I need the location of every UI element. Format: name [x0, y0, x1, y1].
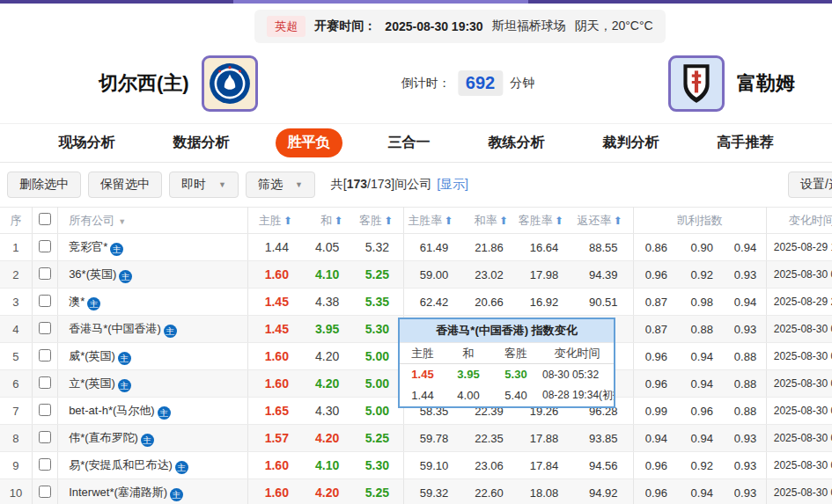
odds-value[interactable]: 5.25 [353, 425, 403, 452]
kelly-value: 0.96 [633, 479, 679, 504]
company-cell: 易*(安提瓜和巴布达)主 [58, 452, 248, 479]
delete-selected-button[interactable]: 删除选中 [7, 172, 81, 198]
table-row: 8伟*(直布罗陀)主1.574.205.2559.7822.3517.8893.… [0, 425, 832, 452]
settings-select-button[interactable]: 设置/选择 [788, 172, 832, 198]
odds-value[interactable]: 1.60 [247, 479, 303, 504]
odds-value[interactable]: 4.20 [303, 370, 353, 398]
odds-value[interactable]: 4.30 [303, 398, 353, 425]
odds-value[interactable]: 5.00 [353, 370, 403, 398]
change-time: 2025-08-30 05:44 [766, 452, 832, 479]
odds-value[interactable]: 3.95 [303, 316, 353, 343]
odds-value[interactable]: 1.60 [247, 261, 303, 289]
row-checkbox-cell [32, 234, 57, 261]
company-name[interactable]: 伟*(直布罗陀) [69, 431, 138, 444]
header-home-rate[interactable]: 主胜率⬆ [404, 208, 464, 234]
kelly-value: 0.93 [725, 261, 766, 289]
odds-value[interactable]: 5.30 [353, 452, 403, 479]
company-name[interactable]: 威*(英国) [69, 349, 115, 362]
sort-asc-icon: ⬆ [499, 215, 508, 227]
row-checkbox[interactable] [39, 322, 51, 334]
odds-value[interactable]: 1.65 [247, 398, 303, 425]
select-all-checkbox[interactable] [39, 213, 51, 225]
header-return-rate[interactable]: 返还率⬆ [573, 208, 633, 234]
company-name[interactable]: 香港马*(中国香港) [69, 322, 161, 335]
odds-value[interactable]: 4.10 [303, 452, 353, 479]
odds-value[interactable]: 4.20 [303, 425, 353, 452]
kelly-value: 0.94 [725, 234, 766, 261]
league-badge: 英超 [267, 16, 306, 37]
odds-value[interactable]: 4.38 [303, 289, 353, 316]
change-time: 2025-08-30 05:03 [766, 398, 832, 425]
sort-asc-icon: ⬆ [283, 215, 292, 227]
filter-dropdown[interactable]: 筛选 ▼ [246, 172, 315, 198]
odds-value[interactable]: 1.45 [247, 316, 303, 343]
odds-value[interactable]: 5.25 [353, 479, 403, 504]
kelly-value: 0.93 [725, 479, 766, 504]
tab-6[interactable]: 裁判分析 [591, 128, 672, 157]
row-checkbox[interactable] [39, 376, 51, 389]
sort-asc-icon: ⬆ [444, 215, 453, 227]
kelly-value: 0.93 [725, 425, 766, 452]
odds-value[interactable]: 1.60 [247, 452, 303, 479]
header-draw-rate[interactable]: 和率⬆ [463, 208, 519, 234]
company-name[interactable]: 易*(安提瓜和巴布达) [69, 458, 173, 471]
odds-value[interactable]: 1.60 [247, 370, 303, 398]
odds-value[interactable]: 5.30 [353, 316, 403, 343]
kelly-value: 0.96 [633, 370, 679, 398]
popup-odds-value: 1.45 [400, 364, 445, 385]
row-checkbox[interactable] [39, 240, 51, 252]
company-name[interactable]: Interwet*(塞浦路斯) [69, 486, 167, 499]
popup-odds-value: 5.40 [491, 385, 541, 406]
tab-5[interactable]: 教练分析 [476, 128, 557, 157]
tab-4[interactable]: 三合一 [376, 128, 443, 157]
filter-label: 筛选 [258, 177, 283, 193]
header-draw-odds[interactable]: 和⬆ [303, 208, 353, 234]
main-company-badge-icon: 主 [164, 325, 177, 338]
odds-value[interactable]: 4.10 [303, 261, 353, 289]
odds-value[interactable]: 1.44 [247, 234, 303, 261]
tab-7[interactable]: 高手推荐 [705, 128, 786, 157]
company-cell: 威*(英国)主 [58, 343, 248, 370]
tab-2[interactable]: 数据分析 [161, 128, 242, 157]
odds-value[interactable]: 1.45 [247, 289, 303, 316]
odds-value[interactable]: 5.25 [353, 261, 403, 289]
odds-value[interactable]: 5.32 [353, 234, 403, 261]
odds-value[interactable]: 1.60 [247, 343, 303, 370]
row-checkbox[interactable] [39, 404, 51, 416]
row-checkbox[interactable] [39, 295, 51, 307]
odds-value[interactable]: 5.35 [353, 289, 403, 316]
row-checkbox[interactable] [39, 267, 51, 280]
odds-value[interactable]: 4.05 [303, 234, 353, 261]
odds-value[interactable]: 1.57 [247, 425, 303, 452]
show-link[interactable]: [显示] [437, 177, 468, 191]
company-name[interactable]: 澳* [69, 295, 85, 308]
tab-1[interactable]: 现场分析 [47, 128, 128, 157]
header-company[interactable]: 所有公司▼ [58, 208, 248, 234]
keep-selected-button[interactable]: 保留选中 [88, 172, 162, 198]
row-number: 7 [0, 398, 32, 425]
row-checkbox[interactable] [39, 486, 51, 498]
row-checkbox[interactable] [39, 458, 51, 471]
kelly-value: 0.94 [725, 289, 766, 316]
instant-odds-dropdown[interactable]: 即时 ▼ [169, 172, 239, 198]
header-change-time[interactable]: 变化时间⬆ [766, 208, 832, 234]
company-name[interactable]: 36*(英国) [69, 267, 116, 281]
tab-3[interactable]: 胜平负 [276, 128, 342, 157]
odds-value[interactable]: 4.20 [303, 343, 353, 370]
header-home-odds[interactable]: 主胜⬆ [247, 208, 303, 234]
company-name[interactable]: 立*(英国) [69, 376, 115, 390]
odds-value[interactable]: 4.20 [303, 479, 353, 504]
odds-value[interactable]: 5.00 [353, 398, 403, 425]
odds-value[interactable]: 5.00 [353, 343, 403, 370]
header-away-odds[interactable]: 客胜⬆ [353, 208, 403, 234]
row-checkbox[interactable] [39, 349, 51, 362]
company-name[interactable]: 竞彩官* [69, 240, 107, 253]
company-cell: bet-at-h*(马尔他)主 [58, 398, 248, 425]
row-checkbox[interactable] [39, 431, 51, 443]
popup-header-home: 主胜 [400, 343, 445, 364]
away-team-name: 富勒姆 [737, 70, 795, 97]
top-progress-segment [233, 0, 528, 4]
header-away-rate[interactable]: 客胜率⬆ [519, 208, 574, 234]
company-name[interactable]: bet-at-h*(马尔他) [69, 404, 155, 417]
rate-value: 94.92 [573, 479, 633, 504]
